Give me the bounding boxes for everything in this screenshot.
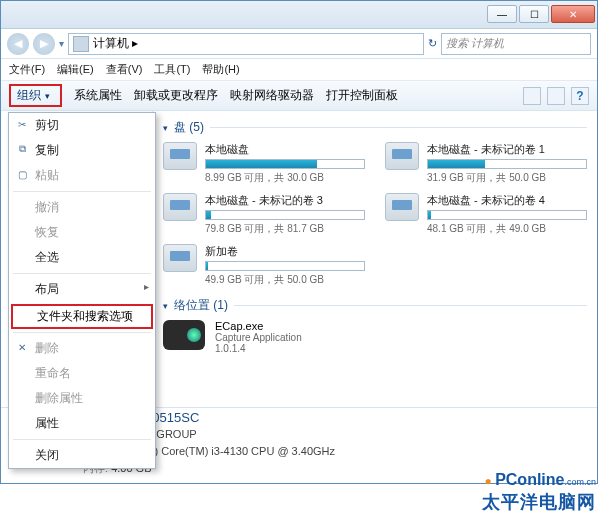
drive-free-text: 8.99 GB 可用，共 30.0 GB (205, 171, 365, 185)
menu-help[interactable]: 帮助(H) (202, 62, 239, 77)
toolbar: 组织 ▾ 系统属性 卸载或更改程序 映射网络驱动器 打开控制面板 ? (1, 81, 597, 111)
drive-free-text: 48.1 GB 可用，共 49.0 GB (427, 222, 587, 236)
drive-item[interactable]: 本地磁盘8.99 GB 可用，共 30.0 GB (163, 142, 365, 185)
menu-properties[interactable]: 属性 (9, 411, 155, 436)
menu-redo[interactable]: 恢复 (9, 220, 155, 245)
net-item-desc: Capture Application (215, 332, 302, 343)
close-button[interactable]: ✕ (551, 5, 595, 23)
menu-select-all[interactable]: 全选 (9, 245, 155, 270)
minimize-button[interactable]: — (487, 5, 517, 23)
network-group-header[interactable]: ▾络位置 (1) (163, 297, 587, 314)
computer-icon (73, 36, 89, 52)
menu-separator (13, 439, 151, 440)
menu-rename[interactable]: 重命名 (9, 361, 155, 386)
drive-item[interactable]: 本地磁盘 - 未标记的卷 131.9 GB 可用，共 50.0 GB (385, 142, 587, 185)
drive-free-text: 31.9 GB 可用，共 50.0 GB (427, 171, 587, 185)
tb-map-network-drive[interactable]: 映射网络驱动器 (230, 87, 314, 104)
drive-icon (163, 244, 197, 272)
usage-bar (427, 210, 587, 220)
menu-view[interactable]: 查看(V) (106, 62, 143, 77)
chevron-down-icon: ▾ (45, 91, 50, 101)
network-item[interactable]: ECap.exe Capture Application 1.0.1.4 (163, 320, 587, 354)
drive-icon (385, 142, 419, 170)
refresh-icon[interactable]: ↻ (428, 37, 437, 50)
nav-history-dropdown[interactable]: ▾ (59, 38, 64, 49)
paste-icon: ▢ (15, 167, 29, 181)
address-bar[interactable]: 计算机 ▸ (68, 33, 424, 55)
usage-bar (427, 159, 587, 169)
organize-label: 组织 (17, 87, 41, 104)
usage-bar (205, 261, 365, 271)
menu-layout[interactable]: 布局 (9, 277, 155, 302)
cut-icon: ✂ (15, 117, 29, 131)
menu-edit[interactable]: 编辑(E) (57, 62, 94, 77)
forward-button[interactable]: ▶ (33, 33, 55, 55)
drive-name: 本地磁盘 - 未标记的卷 1 (427, 142, 587, 157)
drive-item[interactable]: 本地磁盘 - 未标记的卷 379.8 GB 可用，共 81.7 GB (163, 193, 365, 236)
menu-remove-properties[interactable]: 删除属性 (9, 386, 155, 411)
drive-free-text: 49.9 GB 可用，共 50.0 GB (205, 273, 365, 287)
menu-copy[interactable]: ⧉复制 (9, 138, 155, 163)
menu-separator (13, 332, 151, 333)
tb-open-control-panel[interactable]: 打开控制面板 (326, 87, 398, 104)
copy-icon: ⧉ (15, 142, 29, 156)
watermark-logo: ● PConline.com.cn 太平洋电脑网 (482, 470, 596, 514)
menu-separator (13, 191, 151, 192)
drive-name: 新加卷 (205, 244, 365, 259)
menu-tools[interactable]: 工具(T) (154, 62, 190, 77)
menu-close[interactable]: 关闭 (9, 443, 155, 468)
camera-icon (163, 320, 205, 350)
menu-bar: 文件(F) 编辑(E) 查看(V) 工具(T) 帮助(H) (1, 59, 597, 81)
drive-icon (163, 142, 197, 170)
main-pane: ▾盘 (5) 本地磁盘8.99 GB 可用，共 30.0 GB 本地磁盘 - 未… (153, 111, 597, 407)
drive-item[interactable]: 本地磁盘 - 未标记的卷 448.1 GB 可用，共 49.0 GB (385, 193, 587, 236)
tb-system-properties[interactable]: 系统属性 (74, 87, 122, 104)
menu-paste[interactable]: ▢粘贴 (9, 163, 155, 188)
menu-folder-options[interactable]: 文件夹和搜索选项 (11, 304, 153, 329)
search-input[interactable]: 搜索 计算机 (441, 33, 591, 55)
drive-name: 本地磁盘 - 未标记的卷 4 (427, 193, 587, 208)
drive-icon (385, 193, 419, 221)
title-bar: — ☐ ✕ (1, 1, 597, 29)
drives-grid: 本地磁盘8.99 GB 可用，共 30.0 GB 本地磁盘 - 未标记的卷 13… (163, 142, 587, 287)
usage-bar (205, 159, 365, 169)
back-button[interactable]: ◀ (7, 33, 29, 55)
menu-undo[interactable]: 撤消 (9, 195, 155, 220)
view-mode-icon[interactable] (523, 87, 541, 105)
drive-free-text: 79.8 GB 可用，共 81.7 GB (205, 222, 365, 236)
tb-uninstall-programs[interactable]: 卸载或更改程序 (134, 87, 218, 104)
menu-delete[interactable]: ✕删除 (9, 336, 155, 361)
delete-icon: ✕ (15, 340, 29, 354)
menu-cut[interactable]: ✂剪切 (9, 113, 155, 138)
drive-item[interactable]: 新加卷49.9 GB 可用，共 50.0 GB (163, 244, 365, 287)
breadcrumb[interactable]: 计算机 ▸ (93, 35, 138, 52)
drive-icon (163, 193, 197, 221)
organize-menu: ✂剪切 ⧉复制 ▢粘贴 撤消 恢复 全选 布局 文件夹和搜索选项 ✕删除 重命名… (8, 112, 156, 469)
drives-group-header[interactable]: ▾盘 (5) (163, 119, 587, 136)
net-item-name: ECap.exe (215, 320, 302, 332)
nav-bar: ◀ ▶ ▾ 计算机 ▸ ↻ 搜索 计算机 (1, 29, 597, 59)
menu-separator (13, 273, 151, 274)
net-item-version: 1.0.1.4 (215, 343, 302, 354)
organize-button[interactable]: 组织 ▾ (9, 84, 62, 107)
usage-bar (205, 210, 365, 220)
menu-file[interactable]: 文件(F) (9, 62, 45, 77)
maximize-button[interactable]: ☐ (519, 5, 549, 23)
help-icon[interactable]: ? (571, 87, 589, 105)
preview-pane-icon[interactable] (547, 87, 565, 105)
drive-name: 本地磁盘 - 未标记的卷 3 (205, 193, 365, 208)
drive-name: 本地磁盘 (205, 142, 365, 157)
